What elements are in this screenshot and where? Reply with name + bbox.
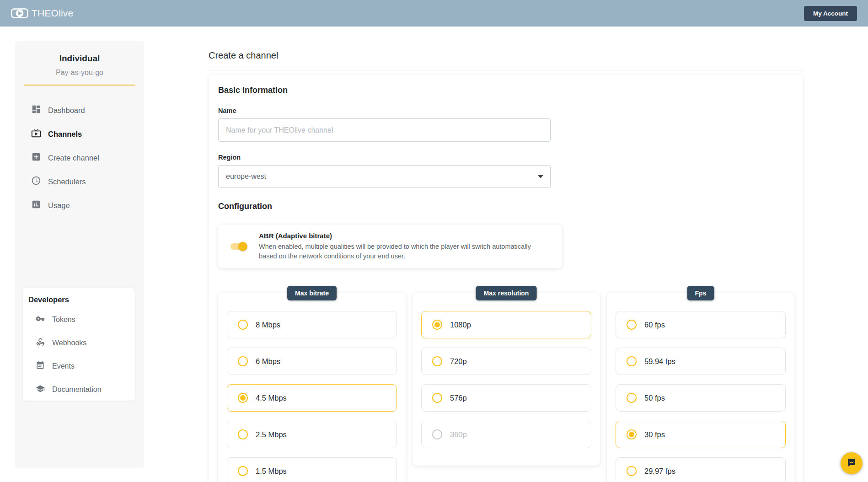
- create-channel-form: Basic information Name Region europe-wes…: [209, 75, 803, 482]
- channel-name-input[interactable]: [218, 118, 551, 142]
- option-8mbps[interactable]: 8 Mbps: [227, 311, 397, 338]
- radio-icon: [238, 320, 248, 330]
- chat-launcher-button[interactable]: [841, 452, 863, 474]
- radio-icon: [627, 466, 637, 476]
- calendar-icon: [36, 361, 45, 372]
- dev-item-label: Tokens: [52, 316, 75, 324]
- brand-logo[interactable]: THEOlive: [11, 8, 73, 19]
- sidebar-item-label: Schedulers: [48, 177, 86, 186]
- dashboard-icon: [31, 104, 41, 116]
- developers-title: Developers: [28, 295, 135, 304]
- app-window: THEOlive My Account Individual Pay-as-yo…: [0, 0, 868, 482]
- option-6mbps[interactable]: 6 Mbps: [227, 348, 397, 375]
- title-divider: [209, 70, 803, 70]
- radio-checked-icon: [432, 320, 442, 330]
- plan-divider: [24, 85, 135, 86]
- radio-icon: [627, 393, 637, 403]
- basic-information-title: Basic information: [218, 86, 803, 95]
- option-29-97fps[interactable]: 29.97 fps: [616, 457, 786, 482]
- bar-chart-icon: [31, 199, 41, 211]
- sidebar: Individual Pay-as-you-go Dashboard Chann…: [15, 41, 144, 467]
- max-resolution-pill: Max resolution: [476, 286, 537, 300]
- fps-column: Fps 60 fps 59.94 fps 50 fps 30 fps: [607, 293, 794, 482]
- sidebar-item-webhooks[interactable]: Webhooks: [23, 331, 135, 354]
- option-50fps[interactable]: 50 fps: [616, 384, 786, 412]
- plan-type: Pay-as-you-go: [15, 69, 144, 77]
- school-icon: [36, 384, 45, 395]
- dev-item-label: Documentation: [52, 386, 102, 394]
- abr-toggle[interactable]: [230, 242, 247, 251]
- option-4-5mbps[interactable]: 4.5 Mbps: [227, 384, 397, 412]
- sidebar-item-events[interactable]: Events: [23, 354, 135, 378]
- configuration-title: Configuration: [218, 202, 803, 211]
- plus-square-icon: [31, 152, 41, 164]
- page-title: Create a channel: [209, 50, 278, 61]
- option-60fps[interactable]: 60 fps: [616, 311, 786, 338]
- fps-pill: Fps: [687, 286, 714, 300]
- plan-name: Individual: [15, 54, 144, 64]
- chevron-down-icon: [538, 175, 543, 178]
- radio-icon: [627, 356, 637, 366]
- radio-checked-icon: [627, 429, 637, 439]
- abr-card: ABR (Adaptive bitrate) When enabled, mul…: [218, 225, 562, 268]
- radio-disabled-icon: [432, 429, 442, 439]
- sidebar-item-documentation[interactable]: Documentation: [23, 378, 135, 401]
- radio-icon: [238, 356, 248, 366]
- chat-bubble-icon: [846, 457, 857, 470]
- max-resolution-column: Max resolution 1080p 720p 576p 360p: [413, 293, 600, 466]
- option-30fps[interactable]: 30 fps: [616, 421, 786, 448]
- brand-name: THEOlive: [32, 8, 73, 19]
- radio-icon: [432, 393, 442, 403]
- region-select[interactable]: europe-west: [218, 165, 551, 188]
- abr-description: When enabled, multiple qualities will be…: [259, 242, 541, 261]
- region-value: europe-west: [226, 172, 266, 181]
- name-label: Name: [218, 107, 803, 114]
- play-logo-icon: [11, 8, 28, 18]
- sidebar-item-channels[interactable]: Channels: [15, 122, 144, 146]
- option-720p[interactable]: 720p: [421, 348, 591, 375]
- max-bitrate-column: Max bitrate 8 Mbps 6 Mbps 4.5 Mbps 2.5 M…: [218, 293, 406, 482]
- dev-item-label: Events: [52, 362, 75, 370]
- tv-icon: [31, 128, 41, 140]
- option-2-5mbps[interactable]: 2.5 Mbps: [227, 421, 397, 448]
- sidebar-nav: Dashboard Channels Create channel Schedu…: [15, 98, 144, 217]
- region-label: Region: [218, 154, 803, 161]
- radio-icon: [432, 356, 442, 366]
- dev-item-label: Webhooks: [52, 339, 86, 347]
- abr-title: ABR (Adaptive bitrate): [259, 232, 541, 240]
- option-1080p[interactable]: 1080p: [421, 311, 591, 338]
- developers-card: Developers Tokens Webhooks: [23, 288, 135, 401]
- sidebar-item-label: Create channel: [48, 154, 99, 162]
- toggle-thumb: [238, 242, 247, 251]
- radio-icon: [627, 320, 637, 330]
- radio-icon: [238, 429, 248, 439]
- sidebar-item-usage[interactable]: Usage: [15, 193, 144, 217]
- max-bitrate-pill: Max bitrate: [287, 286, 337, 300]
- key-icon: [36, 314, 45, 325]
- option-576p[interactable]: 576p: [421, 384, 591, 412]
- sidebar-item-tokens[interactable]: Tokens: [23, 308, 135, 331]
- sidebar-item-label: Usage: [48, 201, 70, 210]
- option-360p: 360p: [421, 421, 591, 448]
- my-account-button[interactable]: My Account: [804, 6, 857, 21]
- radio-icon: [238, 466, 248, 476]
- sidebar-item-label: Dashboard: [48, 106, 85, 115]
- sidebar-item-schedulers[interactable]: Schedulers: [15, 170, 144, 193]
- top-header: THEOlive My Account: [0, 0, 868, 27]
- radio-checked-icon: [238, 393, 248, 403]
- option-1-5mbps[interactable]: 1.5 Mbps: [227, 457, 397, 482]
- webhook-icon: [36, 337, 45, 348]
- sidebar-item-create-channel[interactable]: Create channel: [15, 146, 144, 170]
- option-59-94fps[interactable]: 59.94 fps: [616, 348, 786, 375]
- sidebar-item-label: Channels: [48, 130, 82, 139]
- clock-icon: [31, 176, 41, 187]
- sidebar-item-dashboard[interactable]: Dashboard: [15, 98, 144, 122]
- configuration-columns: Max bitrate 8 Mbps 6 Mbps 4.5 Mbps 2.5 M…: [218, 293, 803, 482]
